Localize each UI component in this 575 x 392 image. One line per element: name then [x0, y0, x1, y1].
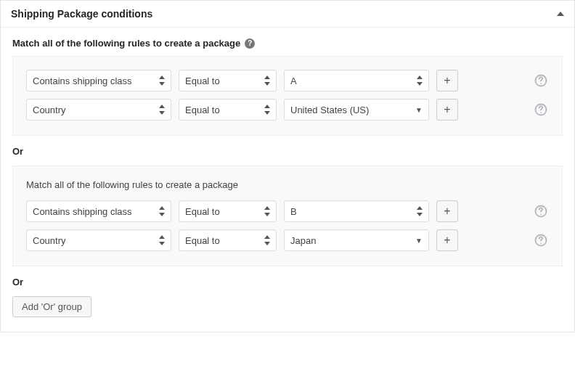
- updown-icon: [159, 206, 165, 216]
- add-rule-button[interactable]: +: [436, 99, 458, 121]
- add-rule-button[interactable]: +: [436, 200, 458, 222]
- add-or-group-button[interactable]: Add 'Or' group: [12, 296, 91, 317]
- field-value: Country: [33, 105, 66, 115]
- operator-value: Equal to: [185, 75, 220, 86]
- updown-icon: [264, 105, 270, 115]
- updown-icon: [159, 235, 165, 245]
- value-select[interactable]: Japan ▼: [284, 229, 429, 251]
- panel-body: Match all of the following rules to crea…: [1, 28, 574, 332]
- value-select[interactable]: A: [284, 70, 429, 91]
- operator-select[interactable]: Equal to: [179, 200, 277, 222]
- collapse-icon: [557, 12, 564, 16]
- value-text: B: [290, 206, 297, 217]
- rule-row: Contains shipping class Equal to A: [26, 70, 549, 91]
- chevron-down-icon: ▼: [415, 237, 423, 245]
- value-select[interactable]: United States (US) ▼: [284, 99, 429, 121]
- value-text: Japan: [290, 235, 316, 246]
- plus-icon: +: [444, 234, 450, 247]
- operator-value: Equal to: [185, 105, 220, 115]
- updown-icon: [417, 75, 423, 86]
- rule-row: Country Equal to United States (US) ▼: [26, 99, 549, 121]
- help-icon[interactable]: [533, 203, 549, 219]
- section-label-text: Match all of the following rules to crea…: [12, 38, 240, 49]
- plus-icon: +: [444, 74, 450, 87]
- add-rule-button[interactable]: +: [436, 229, 458, 251]
- panel-header[interactable]: Shipping Package conditions: [1, 1, 574, 28]
- operator-value: Equal to: [185, 206, 220, 217]
- svg-point-3: [540, 112, 542, 113]
- help-icon[interactable]: [533, 232, 549, 248]
- updown-icon: [417, 206, 423, 216]
- plus-icon: +: [444, 103, 450, 116]
- or-separator: Or: [12, 277, 563, 287]
- chevron-down-icon: ▼: [415, 106, 423, 114]
- condition-group-1: Contains shipping class Equal to A: [12, 56, 563, 136]
- value-text: United States (US): [290, 105, 369, 115]
- updown-icon: [264, 75, 270, 86]
- field-value: Contains shipping class: [33, 75, 132, 86]
- operator-select[interactable]: Equal to: [179, 229, 277, 251]
- plus-icon: +: [444, 205, 450, 218]
- field-select[interactable]: Contains shipping class: [26, 200, 171, 222]
- operator-select[interactable]: Equal to: [179, 70, 277, 91]
- field-select[interactable]: Contains shipping class: [26, 70, 171, 91]
- value-select[interactable]: B: [284, 200, 429, 222]
- or-separator: Or: [12, 146, 563, 157]
- field-select[interactable]: Country: [26, 229, 171, 251]
- operator-value: Equal to: [185, 235, 220, 246]
- updown-icon: [159, 105, 165, 115]
- group-label: Match all of the following rules to crea…: [26, 179, 549, 190]
- svg-point-7: [540, 242, 542, 244]
- rule-row: Contains shipping class Equal to B: [26, 200, 549, 222]
- operator-select[interactable]: Equal to: [179, 99, 277, 121]
- help-icon[interactable]: [533, 73, 549, 89]
- field-select[interactable]: Country: [26, 99, 171, 121]
- condition-group-2: Match all of the following rules to crea…: [12, 166, 563, 266]
- updown-icon: [264, 235, 270, 245]
- shipping-package-conditions-panel: Shipping Package conditions Match all of…: [0, 0, 575, 332]
- field-value: Country: [33, 235, 66, 246]
- updown-icon: [264, 206, 270, 216]
- help-icon[interactable]: [533, 102, 549, 118]
- add-rule-button[interactable]: +: [436, 70, 458, 91]
- field-value: Contains shipping class: [33, 206, 132, 217]
- svg-point-1: [540, 83, 542, 84]
- rule-row: Country Equal to Japan ▼ +: [26, 229, 549, 251]
- panel-title: Shipping Package conditions: [11, 8, 152, 20]
- svg-point-5: [540, 213, 542, 215]
- value-text: A: [290, 75, 297, 86]
- updown-icon: [159, 75, 165, 86]
- tooltip-icon[interactable]: ?: [245, 38, 255, 49]
- section-label: Match all of the following rules to crea…: [12, 38, 563, 49]
